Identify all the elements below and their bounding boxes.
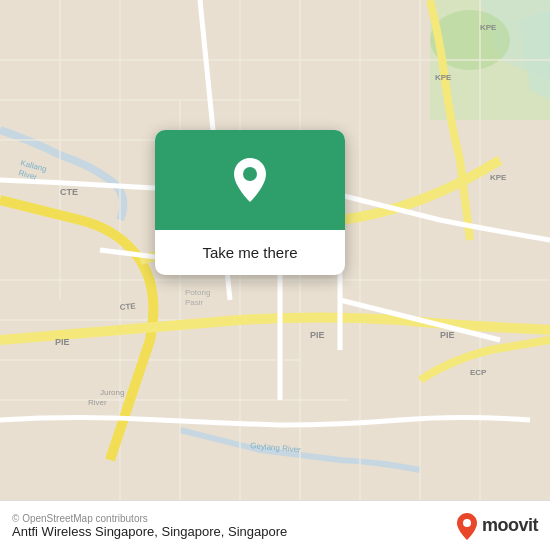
popup-card-footer[interactable]: Take me there bbox=[155, 230, 345, 275]
svg-text:KPE: KPE bbox=[435, 73, 452, 82]
svg-point-36 bbox=[243, 167, 257, 181]
moovit-text: moovit bbox=[482, 515, 538, 536]
take-me-there-button[interactable]: Take me there bbox=[194, 240, 305, 265]
svg-text:CTE: CTE bbox=[119, 302, 136, 312]
svg-text:River: River bbox=[88, 398, 107, 407]
svg-text:ECP: ECP bbox=[470, 368, 487, 377]
location-name-text: Antfi Wireless Singapore, Singapore, Sin… bbox=[12, 524, 287, 539]
attribution-text: © OpenStreetMap contributors bbox=[12, 513, 287, 524]
svg-text:KPE: KPE bbox=[480, 23, 497, 32]
svg-text:Pasir: Pasir bbox=[185, 298, 204, 307]
svg-point-37 bbox=[463, 519, 471, 527]
svg-text:PIE: PIE bbox=[310, 330, 325, 340]
popup-card: Take me there bbox=[155, 130, 345, 275]
popup-card-header bbox=[155, 130, 345, 230]
svg-text:KPE: KPE bbox=[490, 173, 507, 182]
moovit-logo: moovit bbox=[456, 512, 538, 540]
bottom-bar: © OpenStreetMap contributors Antfi Wirel… bbox=[0, 500, 550, 550]
svg-text:CTE: CTE bbox=[60, 187, 78, 197]
map-container: CTE CTE PIE PIE PIE KPE KPE KPE ECP Kall… bbox=[0, 0, 550, 500]
svg-text:PIE: PIE bbox=[440, 330, 455, 340]
bottom-left-info: © OpenStreetMap contributors Antfi Wirel… bbox=[12, 513, 287, 539]
svg-text:PIE: PIE bbox=[55, 337, 70, 347]
location-pin-icon bbox=[230, 156, 270, 204]
moovit-pin-icon bbox=[456, 512, 478, 540]
svg-text:Jurong: Jurong bbox=[100, 388, 124, 397]
svg-text:Potong: Potong bbox=[185, 288, 210, 297]
